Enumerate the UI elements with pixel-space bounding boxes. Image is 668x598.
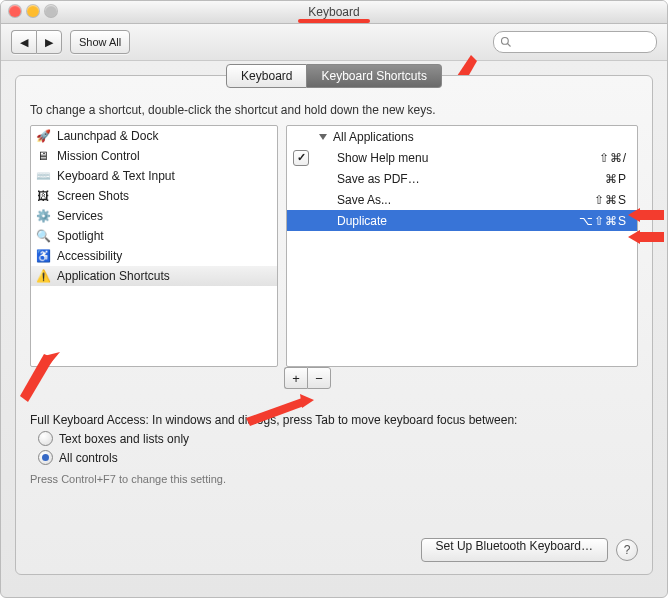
footer: Set Up Bluetooth Keyboard… ? bbox=[421, 538, 638, 562]
shortcut-keys: ⌘P bbox=[605, 172, 637, 186]
full-keyboard-access-label: Full Keyboard Access: In windows and dia… bbox=[30, 413, 638, 427]
toolbar: ◀ ▶ Show All bbox=[1, 24, 667, 61]
category-list[interactable]: 🚀Launchpad & Dock🖥Mission Control⌨️Keybo… bbox=[30, 125, 278, 367]
category-row[interactable]: ⚠️Application Shortcuts bbox=[31, 266, 277, 286]
svg-marker-10 bbox=[638, 232, 664, 242]
svg-marker-7 bbox=[300, 394, 314, 408]
category-icon: 🖥 bbox=[35, 148, 51, 164]
search-icon bbox=[500, 36, 512, 48]
radio-icon bbox=[38, 450, 53, 465]
window-title: Keyboard bbox=[308, 5, 359, 19]
category-label: Keyboard & Text Input bbox=[57, 169, 175, 183]
annotation-arrow-icon bbox=[628, 206, 664, 226]
category-icon: 🖼 bbox=[35, 188, 51, 204]
zoom-icon[interactable] bbox=[45, 5, 57, 17]
checkbox-icon[interactable]: ✓ bbox=[293, 150, 309, 166]
help-button[interactable]: ? bbox=[616, 539, 638, 561]
category-icon: ♿️ bbox=[35, 248, 51, 264]
traffic-lights bbox=[9, 5, 57, 17]
category-row[interactable]: 🖥Mission Control bbox=[31, 146, 277, 166]
category-label: Accessibility bbox=[57, 249, 122, 263]
tab-keyboard[interactable]: Keyboard bbox=[226, 64, 307, 88]
radio-icon bbox=[38, 431, 53, 446]
category-row[interactable]: ⚙️Services bbox=[31, 206, 277, 226]
annotation-arrow-icon bbox=[628, 228, 664, 248]
nav-segmented: ◀ ▶ bbox=[11, 30, 62, 54]
instructions-text: To change a shortcut, double-click the s… bbox=[30, 103, 638, 117]
annotation-arrow-icon bbox=[242, 386, 322, 426]
category-label: Services bbox=[57, 209, 103, 223]
shortcut-name: Save as PDF… bbox=[333, 172, 605, 186]
svg-marker-9 bbox=[628, 208, 640, 222]
back-button[interactable]: ◀ bbox=[11, 30, 36, 54]
annotation-arrow-icon bbox=[10, 352, 70, 422]
shortcut-group-row[interactable]: All Applications bbox=[287, 126, 637, 147]
shortcut-row[interactable]: Save as PDF…⌘P bbox=[287, 168, 637, 189]
category-row[interactable]: 🚀Launchpad & Dock bbox=[31, 126, 277, 146]
titlebar[interactable]: Keyboard bbox=[1, 1, 667, 24]
minimize-icon[interactable] bbox=[27, 5, 39, 17]
svg-line-1 bbox=[508, 44, 511, 47]
category-label: Launchpad & Dock bbox=[57, 129, 158, 143]
category-label: Spotlight bbox=[57, 229, 104, 243]
category-icon: ⚙️ bbox=[35, 208, 51, 224]
radio-label: Text boxes and lists only bbox=[59, 432, 189, 446]
shortcut-keys: ⇧⌘S bbox=[594, 193, 637, 207]
forward-button[interactable]: ▶ bbox=[36, 30, 62, 54]
category-row[interactable]: 🔍Spotlight bbox=[31, 226, 277, 246]
keyboard-prefs-window: Keyboard ◀ ▶ Show All Keyboard Keyboard … bbox=[0, 0, 668, 598]
search-input[interactable] bbox=[516, 35, 650, 49]
show-all-button[interactable]: Show All bbox=[70, 30, 130, 54]
shortcut-list[interactable]: All Applications✓Show Help menu⇧⌘/Save a… bbox=[286, 125, 638, 367]
shortcut-name: Duplicate bbox=[333, 214, 579, 228]
shortcut-keys: ⇧⌘/ bbox=[599, 151, 637, 165]
hint-text: Press Control+F7 to change this setting. bbox=[30, 473, 638, 485]
category-label: Screen Shots bbox=[57, 189, 129, 203]
svg-point-0 bbox=[502, 38, 509, 45]
category-row[interactable]: ♿️Accessibility bbox=[31, 246, 277, 266]
shortcut-row[interactable]: Duplicate⌥⇧⌘S bbox=[287, 210, 637, 231]
shortcut-name: Save As... bbox=[333, 193, 594, 207]
chevron-down-icon bbox=[319, 134, 327, 140]
category-label: Mission Control bbox=[57, 149, 140, 163]
group-label: All Applications bbox=[329, 130, 637, 144]
radio-all-controls[interactable]: All controls bbox=[38, 450, 638, 465]
svg-marker-11 bbox=[628, 230, 640, 244]
shortcut-row[interactable]: Save As...⇧⌘S bbox=[287, 189, 637, 210]
svg-marker-8 bbox=[638, 210, 664, 220]
radio-text-boxes[interactable]: Text boxes and lists only bbox=[38, 431, 638, 446]
tab-bar: Keyboard Keyboard Shortcuts bbox=[226, 64, 442, 88]
svg-marker-6 bbox=[246, 398, 304, 426]
main-panel: Keyboard Keyboard Shortcuts To change a … bbox=[15, 75, 653, 575]
category-icon: ⚠️ bbox=[35, 268, 51, 284]
search-field[interactable] bbox=[493, 31, 657, 53]
category-icon: 🚀 bbox=[35, 128, 51, 144]
annotation-underline bbox=[298, 19, 370, 23]
category-label: Application Shortcuts bbox=[57, 269, 170, 283]
setup-bluetooth-button[interactable]: Set Up Bluetooth Keyboard… bbox=[421, 538, 608, 562]
category-icon: ⌨️ bbox=[35, 168, 51, 184]
category-row[interactable]: ⌨️Keyboard & Text Input bbox=[31, 166, 277, 186]
close-icon[interactable] bbox=[9, 5, 21, 17]
shortcut-name: Show Help menu bbox=[333, 151, 599, 165]
radio-label: All controls bbox=[59, 451, 118, 465]
shortcut-row[interactable]: ✓Show Help menu⇧⌘/ bbox=[287, 147, 637, 168]
tab-keyboard-shortcuts[interactable]: Keyboard Shortcuts bbox=[307, 64, 441, 88]
category-icon: 🔍 bbox=[35, 228, 51, 244]
category-row[interactable]: 🖼Screen Shots bbox=[31, 186, 277, 206]
